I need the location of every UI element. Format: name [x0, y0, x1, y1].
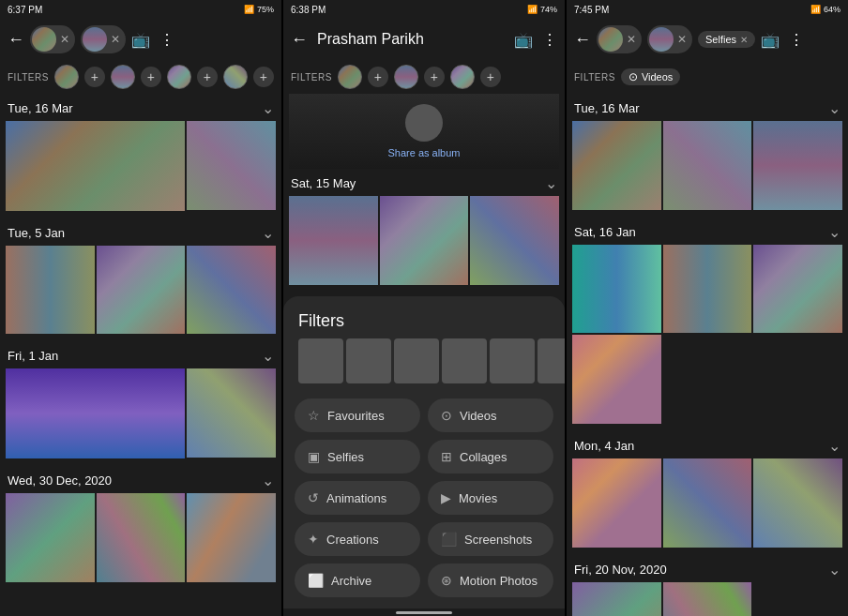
selfies-active-chip[interactable]: Selfies ✕ [698, 31, 755, 48]
photo-thumb[interactable] [663, 245, 752, 334]
status-bar-right: 7:45 PM 📶 64% [567, 0, 848, 19]
chevron-m1[interactable]: ⌄ [545, 174, 557, 192]
avatar-chip-r1[interactable]: ✕ [597, 25, 642, 53]
photo-thumb[interactable] [572, 458, 661, 548]
photo-thumb[interactable] [187, 368, 276, 458]
filter-movies-btn[interactable]: ▶ Movies [428, 481, 553, 515]
photo-thumb[interactable] [572, 335, 661, 424]
status-time-middle: 6:38 PM [291, 5, 326, 15]
filter-avatar-m3[interactable] [450, 65, 475, 89]
cast-icon-middle[interactable]: 📺 [514, 31, 533, 49]
photo-thumb[interactable] [572, 582, 661, 616]
menu-icon-left[interactable]: ⋮ [159, 31, 174, 49]
photo-thumb[interactable] [663, 458, 752, 548]
back-icon-right[interactable]: ← [574, 30, 591, 50]
chevron-2[interactable]: ⌄ [262, 224, 274, 242]
chip-close-r1[interactable]: ✕ [627, 33, 636, 46]
filter-avatar-m2[interactable] [394, 65, 418, 89]
filter-avatar-2[interactable] [111, 65, 135, 89]
photo-thumb[interactable] [753, 121, 842, 210]
avatar-r2 [649, 27, 674, 52]
filter-avatar-4[interactable] [223, 65, 248, 89]
photo-thumb[interactable] [187, 121, 276, 210]
filter-avatar-3[interactable] [167, 65, 191, 89]
photo-thumb[interactable] [97, 493, 186, 582]
filter-avatar-m1[interactable] [338, 65, 362, 89]
chevron-1[interactable]: ⌄ [262, 99, 274, 117]
back-icon-left[interactable]: ← [8, 30, 24, 50]
filter-add-m1[interactable]: + [368, 67, 388, 87]
photo-thumb[interactable] [572, 121, 661, 210]
selfies-chip-close[interactable]: ✕ [740, 35, 748, 45]
filter-videos-btn[interactable]: ⊙ Videos [428, 398, 553, 432]
chevron-r1[interactable]: ⌄ [828, 99, 840, 117]
photo-thumb[interactable] [6, 246, 95, 335]
content-middle: Share as album Sat, 15 May ⌄ Filters [283, 94, 565, 616]
photo-thumb[interactable] [6, 368, 185, 458]
menu-icon-middle[interactable]: ⋮ [542, 31, 557, 49]
chevron-r4[interactable]: ⌄ [828, 561, 840, 578]
back-icon-middle[interactable]: ← [291, 30, 308, 50]
date-group-r1: Tue, 16 Mar ⌄ [572, 94, 842, 210]
photo-thumb[interactable] [187, 246, 276, 335]
date-label-3: Fri, 1 Jan [8, 349, 58, 363]
filter-favourites-btn[interactable]: ☆ Favourites [295, 398, 420, 432]
cast-icon-right[interactable]: 📺 [761, 31, 780, 49]
photo-thumb[interactable] [470, 196, 559, 285]
filter-add-2[interactable]: + [141, 67, 161, 87]
photo-thumb[interactable] [572, 245, 661, 334]
chip-close-1[interactable]: ✕ [60, 33, 69, 46]
filter-label: Favourites [327, 409, 385, 423]
videos-filter-chip[interactable]: ⊙ Videos [621, 68, 680, 85]
photo-thumb[interactable] [753, 458, 842, 548]
photo-thumb[interactable] [289, 196, 378, 285]
avatar-1 [32, 27, 56, 52]
filter-add-m3[interactable]: + [480, 67, 501, 87]
photo-thumb[interactable] [6, 121, 185, 211]
date-header-r3: Mon, 4 Jan ⌄ [572, 431, 842, 458]
filter-photos-preview [283, 338, 565, 395]
chevron-3[interactable]: ⌄ [262, 347, 274, 365]
status-icons-middle: 📶 74% [527, 5, 557, 14]
animation-icon: ↺ [308, 490, 319, 505]
top-bar-icons-right: 📺 ⋮ [761, 31, 804, 49]
filter-add-4[interactable]: + [253, 67, 274, 87]
filters-overlay: Filters ☆ Favourites ⊙ Videos [283, 296, 565, 616]
selfie-icon: ▣ [308, 449, 320, 464]
date-group-r3: Mon, 4 Jan ⌄ [572, 431, 842, 548]
share-as-album-btn[interactable]: Share as album [387, 147, 460, 158]
photo-thumb[interactable] [753, 245, 842, 334]
cast-icon-left[interactable]: 📺 [131, 31, 150, 49]
filter-add-3[interactable]: + [197, 67, 218, 87]
photo-thumb[interactable] [380, 196, 469, 285]
photo-grid-r3 [572, 458, 842, 548]
chevron-r3[interactable]: ⌄ [828, 437, 840, 455]
photo-thumb[interactable] [97, 246, 186, 335]
chevron-r2[interactable]: ⌄ [828, 223, 840, 241]
filter-archive-btn[interactable]: ⬜ Archive [295, 563, 420, 597]
photo-thumb[interactable] [187, 493, 276, 582]
filter-collages-btn[interactable]: ⊞ Collages [428, 440, 553, 473]
page-title-middle: Prasham Parikh [313, 31, 508, 48]
filter-selfies-btn[interactable]: ▣ Selfies [295, 440, 420, 473]
photo-thumb[interactable] [663, 121, 752, 210]
filter-add-1[interactable]: + [84, 67, 105, 87]
avatar-chip-r2[interactable]: ✕ [647, 25, 692, 53]
filter-motion-photos-btn[interactable]: ⊛ Motion Photos [428, 563, 553, 597]
filter-avatar-1[interactable] [54, 65, 79, 89]
photo-grid-2 [6, 246, 276, 335]
filters-row-left: FILTERS + + + + [0, 60, 281, 94]
chip-close-r2[interactable]: ✕ [677, 33, 687, 46]
menu-icon-right[interactable]: ⋮ [789, 31, 804, 49]
avatar-chip-1[interactable]: ✕ [30, 25, 75, 53]
photo-thumb[interactable] [663, 582, 752, 616]
filter-animations-btn[interactable]: ↺ Animations [295, 481, 420, 515]
date-header-1: Tue, 16 Mar ⌄ [6, 94, 276, 121]
chevron-4[interactable]: ⌄ [262, 472, 274, 489]
avatar-chip-2[interactable]: ✕ [81, 25, 126, 53]
chip-close-2[interactable]: ✕ [111, 33, 120, 46]
photo-thumb[interactable] [6, 493, 95, 582]
filter-creations-btn[interactable]: ✦ Creations [295, 522, 420, 556]
filter-screenshots-btn[interactable]: ⬛ Screenshots [428, 522, 553, 556]
filter-add-m2[interactable]: + [424, 67, 445, 87]
